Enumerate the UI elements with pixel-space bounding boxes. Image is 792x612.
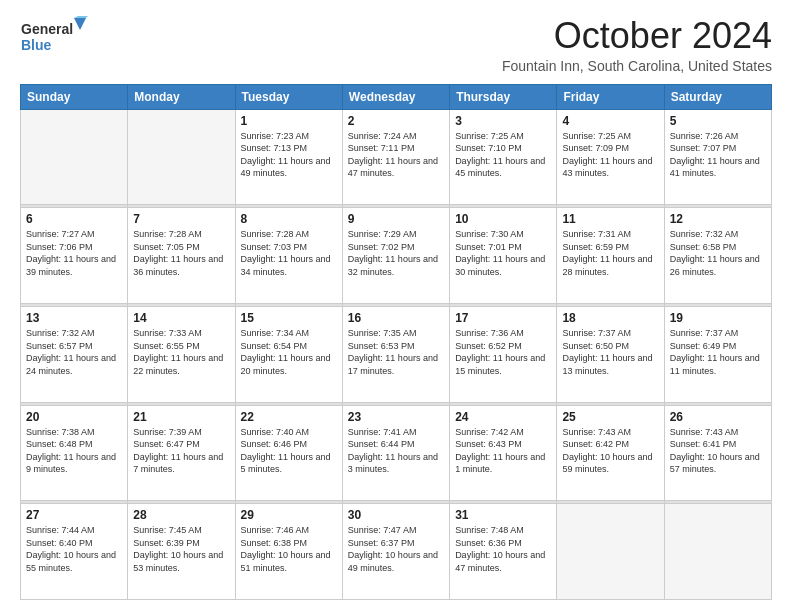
day-info: Sunrise: 7:42 AMSunset: 6:43 PMDaylight:…: [455, 426, 551, 476]
day-number: 5: [670, 114, 766, 128]
day-info: Sunrise: 7:26 AMSunset: 7:07 PMDaylight:…: [670, 130, 766, 180]
svg-marker-2: [74, 18, 86, 30]
day-number: 23: [348, 410, 444, 424]
table-cell: 12 Sunrise: 7:32 AMSunset: 6:58 PMDaylig…: [664, 208, 771, 304]
col-wednesday: Wednesday: [342, 84, 449, 109]
table-cell: 3 Sunrise: 7:25 AMSunset: 7:10 PMDayligh…: [450, 109, 557, 205]
day-info: Sunrise: 7:27 AMSunset: 7:06 PMDaylight:…: [26, 228, 122, 278]
table-cell: 5 Sunrise: 7:26 AMSunset: 7:07 PMDayligh…: [664, 109, 771, 205]
day-number: 6: [26, 212, 122, 226]
table-cell: 17 Sunrise: 7:36 AMSunset: 6:52 PMDaylig…: [450, 306, 557, 402]
day-number: 25: [562, 410, 658, 424]
day-info: Sunrise: 7:28 AMSunset: 7:05 PMDaylight:…: [133, 228, 229, 278]
table-cell: 29 Sunrise: 7:46 AMSunset: 6:38 PMDaylig…: [235, 504, 342, 600]
table-cell: 27 Sunrise: 7:44 AMSunset: 6:40 PMDaylig…: [21, 504, 128, 600]
table-cell: [557, 504, 664, 600]
col-monday: Monday: [128, 84, 235, 109]
day-number: 28: [133, 508, 229, 522]
col-sunday: Sunday: [21, 84, 128, 109]
day-number: 26: [670, 410, 766, 424]
calendar-week-4: 20 Sunrise: 7:38 AMSunset: 6:48 PMDaylig…: [21, 405, 772, 501]
day-number: 27: [26, 508, 122, 522]
table-cell: 8 Sunrise: 7:28 AMSunset: 7:03 PMDayligh…: [235, 208, 342, 304]
day-info: Sunrise: 7:23 AMSunset: 7:13 PMDaylight:…: [241, 130, 337, 180]
day-info: Sunrise: 7:32 AMSunset: 6:57 PMDaylight:…: [26, 327, 122, 377]
location-subtitle: Fountain Inn, South Carolina, United Sta…: [502, 58, 772, 74]
table-cell: [21, 109, 128, 205]
day-number: 31: [455, 508, 551, 522]
day-info: Sunrise: 7:37 AMSunset: 6:50 PMDaylight:…: [562, 327, 658, 377]
table-cell: 1 Sunrise: 7:23 AMSunset: 7:13 PMDayligh…: [235, 109, 342, 205]
calendar-header-row: Sunday Monday Tuesday Wednesday Thursday…: [21, 84, 772, 109]
calendar-table: Sunday Monday Tuesday Wednesday Thursday…: [20, 84, 772, 600]
table-cell: 11 Sunrise: 7:31 AMSunset: 6:59 PMDaylig…: [557, 208, 664, 304]
day-number: 1: [241, 114, 337, 128]
day-number: 12: [670, 212, 766, 226]
day-info: Sunrise: 7:40 AMSunset: 6:46 PMDaylight:…: [241, 426, 337, 476]
day-number: 3: [455, 114, 551, 128]
table-cell: 25 Sunrise: 7:43 AMSunset: 6:42 PMDaylig…: [557, 405, 664, 501]
day-info: Sunrise: 7:34 AMSunset: 6:54 PMDaylight:…: [241, 327, 337, 377]
day-number: 29: [241, 508, 337, 522]
month-title: October 2024: [502, 16, 772, 56]
day-info: Sunrise: 7:33 AMSunset: 6:55 PMDaylight:…: [133, 327, 229, 377]
table-cell: 26 Sunrise: 7:43 AMSunset: 6:41 PMDaylig…: [664, 405, 771, 501]
day-number: 13: [26, 311, 122, 325]
day-info: Sunrise: 7:37 AMSunset: 6:49 PMDaylight:…: [670, 327, 766, 377]
calendar-week-5: 27 Sunrise: 7:44 AMSunset: 6:40 PMDaylig…: [21, 504, 772, 600]
title-block: October 2024 Fountain Inn, South Carolin…: [502, 16, 772, 74]
day-number: 11: [562, 212, 658, 226]
day-number: 19: [670, 311, 766, 325]
table-cell: 14 Sunrise: 7:33 AMSunset: 6:55 PMDaylig…: [128, 306, 235, 402]
day-number: 7: [133, 212, 229, 226]
day-number: 17: [455, 311, 551, 325]
day-info: Sunrise: 7:30 AMSunset: 7:01 PMDaylight:…: [455, 228, 551, 278]
day-info: Sunrise: 7:32 AMSunset: 6:58 PMDaylight:…: [670, 228, 766, 278]
table-cell: 16 Sunrise: 7:35 AMSunset: 6:53 PMDaylig…: [342, 306, 449, 402]
day-info: Sunrise: 7:43 AMSunset: 6:42 PMDaylight:…: [562, 426, 658, 476]
table-cell: 19 Sunrise: 7:37 AMSunset: 6:49 PMDaylig…: [664, 306, 771, 402]
header: General Blue October 2024 Fountain Inn, …: [20, 16, 772, 74]
day-number: 4: [562, 114, 658, 128]
day-info: Sunrise: 7:41 AMSunset: 6:44 PMDaylight:…: [348, 426, 444, 476]
table-cell: 18 Sunrise: 7:37 AMSunset: 6:50 PMDaylig…: [557, 306, 664, 402]
table-cell: 7 Sunrise: 7:28 AMSunset: 7:05 PMDayligh…: [128, 208, 235, 304]
table-cell: [664, 504, 771, 600]
day-info: Sunrise: 7:43 AMSunset: 6:41 PMDaylight:…: [670, 426, 766, 476]
day-number: 15: [241, 311, 337, 325]
day-info: Sunrise: 7:46 AMSunset: 6:38 PMDaylight:…: [241, 524, 337, 574]
table-cell: 15 Sunrise: 7:34 AMSunset: 6:54 PMDaylig…: [235, 306, 342, 402]
table-cell: 6 Sunrise: 7:27 AMSunset: 7:06 PMDayligh…: [21, 208, 128, 304]
svg-text:General: General: [21, 21, 73, 37]
day-info: Sunrise: 7:35 AMSunset: 6:53 PMDaylight:…: [348, 327, 444, 377]
day-number: 20: [26, 410, 122, 424]
day-info: Sunrise: 7:25 AMSunset: 7:10 PMDaylight:…: [455, 130, 551, 180]
day-info: Sunrise: 7:48 AMSunset: 6:36 PMDaylight:…: [455, 524, 551, 574]
col-saturday: Saturday: [664, 84, 771, 109]
table-cell: 4 Sunrise: 7:25 AMSunset: 7:09 PMDayligh…: [557, 109, 664, 205]
calendar-week-1: 1 Sunrise: 7:23 AMSunset: 7:13 PMDayligh…: [21, 109, 772, 205]
day-number: 30: [348, 508, 444, 522]
day-info: Sunrise: 7:36 AMSunset: 6:52 PMDaylight:…: [455, 327, 551, 377]
page: General Blue October 2024 Fountain Inn, …: [0, 0, 792, 612]
day-info: Sunrise: 7:31 AMSunset: 6:59 PMDaylight:…: [562, 228, 658, 278]
day-info: Sunrise: 7:45 AMSunset: 6:39 PMDaylight:…: [133, 524, 229, 574]
table-cell: 21 Sunrise: 7:39 AMSunset: 6:47 PMDaylig…: [128, 405, 235, 501]
day-info: Sunrise: 7:25 AMSunset: 7:09 PMDaylight:…: [562, 130, 658, 180]
day-number: 9: [348, 212, 444, 226]
table-cell: 23 Sunrise: 7:41 AMSunset: 6:44 PMDaylig…: [342, 405, 449, 501]
calendar-week-3: 13 Sunrise: 7:32 AMSunset: 6:57 PMDaylig…: [21, 306, 772, 402]
table-cell: 20 Sunrise: 7:38 AMSunset: 6:48 PMDaylig…: [21, 405, 128, 501]
logo: General Blue: [20, 16, 90, 58]
table-cell: [128, 109, 235, 205]
calendar-week-2: 6 Sunrise: 7:27 AMSunset: 7:06 PMDayligh…: [21, 208, 772, 304]
day-number: 24: [455, 410, 551, 424]
table-cell: 2 Sunrise: 7:24 AMSunset: 7:11 PMDayligh…: [342, 109, 449, 205]
day-number: 8: [241, 212, 337, 226]
col-friday: Friday: [557, 84, 664, 109]
day-number: 16: [348, 311, 444, 325]
day-number: 14: [133, 311, 229, 325]
table-cell: 24 Sunrise: 7:42 AMSunset: 6:43 PMDaylig…: [450, 405, 557, 501]
table-cell: 22 Sunrise: 7:40 AMSunset: 6:46 PMDaylig…: [235, 405, 342, 501]
table-cell: 10 Sunrise: 7:30 AMSunset: 7:01 PMDaylig…: [450, 208, 557, 304]
